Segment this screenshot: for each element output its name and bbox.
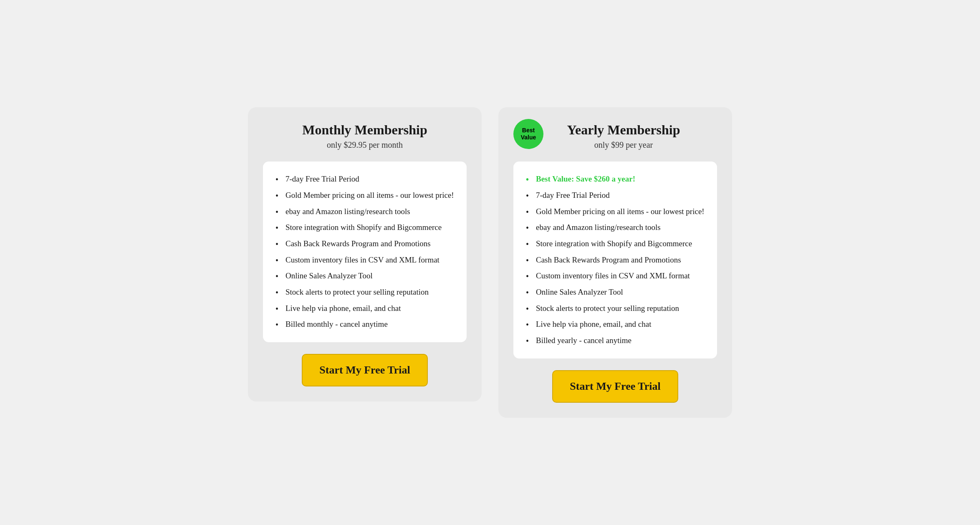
yearly-plan-header: Yearly Membership only $99 per year [513, 122, 717, 150]
monthly-features-list: 7-day Free Trial Period Gold Member pric… [275, 174, 454, 330]
yearly-features-list: Best Value: Save $260 a year! 7-day Free… [526, 174, 705, 346]
list-item: Store integration with Shopify and Bigco… [526, 239, 705, 249]
list-item: ebay and Amazon listing/research tools [275, 207, 454, 217]
list-item: Store integration with Shopify and Bigco… [275, 222, 454, 233]
monthly-features-box: 7-day Free Trial Period Gold Member pric… [263, 162, 467, 342]
plans-container: Monthly Membership only $29.95 per month… [240, 107, 740, 418]
list-item: ebay and Amazon listing/research tools [526, 222, 705, 233]
best-value-badge: BestValue [513, 119, 543, 149]
yearly-cta-button[interactable]: Start My Free Trial [552, 370, 678, 403]
list-item: Gold Member pricing on all items - our l… [275, 190, 454, 201]
list-item: Online Sales Analyzer Tool [275, 271, 454, 281]
list-item: Stock alerts to protect your selling rep… [526, 303, 705, 314]
list-item: Billed monthly - cancel anytime [275, 319, 454, 330]
monthly-plan-price: only $29.95 per month [263, 140, 467, 150]
list-item: Custom inventory files in CSV and XML fo… [275, 255, 454, 265]
list-item: Live help via phone, email, and chat [526, 319, 705, 330]
monthly-plan-title: Monthly Membership [263, 122, 467, 138]
yearly-plan-title: Yearly Membership [530, 122, 717, 138]
monthly-cta-button[interactable]: Start My Free Trial [302, 354, 427, 386]
list-item: Online Sales Analyzer Tool [526, 287, 705, 298]
list-item-highlight: Best Value: Save $260 a year! [526, 174, 705, 184]
list-item: Custom inventory files in CSV and XML fo… [526, 271, 705, 281]
list-item: Cash Back Rewards Program and Promotions [275, 239, 454, 249]
list-item: Stock alerts to protect your selling rep… [275, 287, 454, 298]
list-item: 7-day Free Trial Period [275, 174, 454, 184]
monthly-plan-header: Monthly Membership only $29.95 per month [263, 122, 467, 150]
list-item: Gold Member pricing on all items - our l… [526, 207, 705, 217]
list-item: Billed yearly - cancel anytime [526, 336, 705, 346]
yearly-features-box: Best Value: Save $260 a year! 7-day Free… [513, 162, 717, 358]
list-item: Cash Back Rewards Program and Promotions [526, 255, 705, 265]
list-item: Live help via phone, email, and chat [275, 303, 454, 314]
monthly-plan-card: Monthly Membership only $29.95 per month… [248, 107, 482, 401]
yearly-plan-card: BestValue Yearly Membership only $99 per… [498, 107, 732, 418]
list-item: 7-day Free Trial Period [526, 190, 705, 201]
yearly-plan-price: only $99 per year [530, 140, 717, 150]
